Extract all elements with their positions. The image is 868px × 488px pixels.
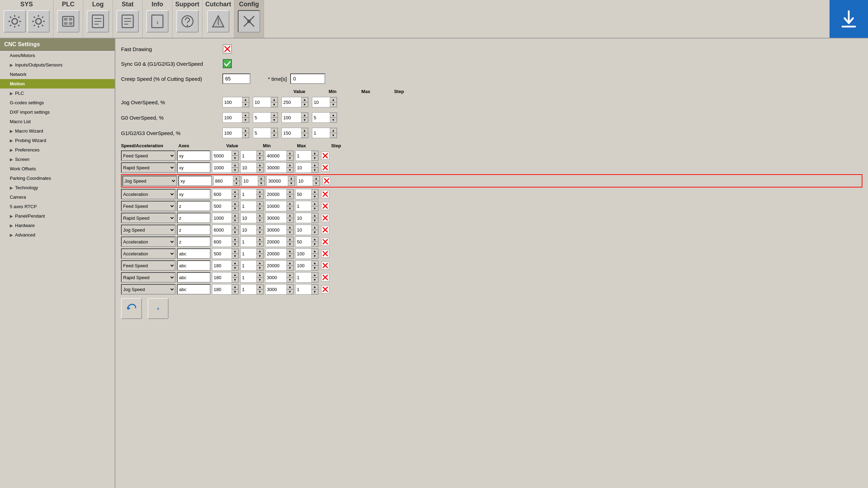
add-row-button[interactable]: +	[148, 298, 169, 319]
sidebar-item-preferences[interactable]: ▶Preferences	[0, 145, 115, 155]
delete-row-button[interactable]	[320, 260, 330, 271]
spinner[interactable]: ▲▼	[240, 162, 264, 173]
plc-gear-icon[interactable]	[27, 10, 50, 33]
sidebar-item-plc[interactable]: ▶PLC	[0, 89, 115, 98]
sys-gear-icon[interactable]	[3, 10, 26, 33]
spinner[interactable]: ▲▼	[265, 248, 294, 259]
spinner[interactable]: ▲▼	[240, 189, 264, 199]
g1g2g3-overspeed-value[interactable]: ▲▼	[222, 128, 249, 138]
g1g2g3-overspeed-step[interactable]: ▲▼	[312, 128, 337, 138]
spinner[interactable]: ▲▼	[295, 213, 319, 223]
spinner[interactable]: ▲▼	[240, 272, 264, 283]
g0-overspeed-value[interactable]: ▲▼	[222, 112, 249, 123]
log-icon[interactable]	[87, 10, 109, 33]
delete-row-button[interactable]	[321, 176, 332, 186]
sidebar-item-macro-list[interactable]: Macro List	[0, 117, 115, 126]
axes-input[interactable]	[177, 162, 211, 173]
time-input[interactable]	[290, 73, 325, 84]
spinner[interactable]: ▲▼	[212, 213, 239, 223]
row-type-select[interactable]: Feed SpeedRapid SpeedJog SpeedAccelerati…	[121, 272, 176, 283]
download-button[interactable]	[830, 0, 868, 38]
row-type-select[interactable]: Feed SpeedRapid SpeedJog SpeedAccelerati…	[121, 150, 176, 161]
row-type-select[interactable]: Feed SpeedRapid SpeedJog SpeedAccelerati…	[121, 236, 176, 247]
spinner[interactable]: ▲▼	[212, 248, 239, 259]
spinner[interactable]: ▲▼	[240, 201, 264, 211]
spinner[interactable]: ▲▼	[240, 150, 264, 161]
axes-input[interactable]	[177, 248, 211, 259]
sidebar-item-motion[interactable]: Motion	[0, 79, 115, 89]
spinner[interactable]: ▲▼	[295, 189, 319, 199]
spinner[interactable]: ▲▼	[265, 260, 294, 271]
spinner[interactable]: ▲▼	[265, 284, 294, 295]
spinner[interactable]: ▲▼	[295, 236, 319, 247]
sidebar-item-camera[interactable]: Camera	[0, 192, 115, 202]
spinner[interactable]: ▲▼	[212, 189, 239, 199]
sidebar-item-parking-coordinates[interactable]: Parking Coordinates	[0, 174, 115, 183]
spinner[interactable]: ▲▼	[240, 225, 264, 235]
g0-overspeed-min[interactable]: ▲▼	[253, 112, 278, 123]
sidebar-item-work-offsets[interactable]: Work Offsets	[0, 164, 115, 174]
spinner[interactable]: ▲▼	[295, 225, 319, 235]
axes-input[interactable]	[177, 201, 211, 211]
jog-overspeed-min[interactable]: ▲▼	[253, 97, 278, 107]
spinner[interactable]: ▲▼	[297, 176, 320, 186]
support-icon[interactable]	[176, 10, 199, 33]
spinner[interactable]: ▲▼	[212, 260, 239, 271]
spinner[interactable]: ▲▼	[212, 162, 239, 173]
spinner[interactable]: ▲▼	[295, 248, 319, 259]
spinner[interactable]: ▲▼	[265, 150, 294, 161]
g0-overspeed-max[interactable]: ▲▼	[282, 112, 308, 123]
row-type-select[interactable]: Feed SpeedRapid SpeedJog SpeedAccelerati…	[121, 225, 176, 235]
spinner[interactable]: ▲▼	[295, 260, 319, 271]
axes-input[interactable]	[177, 225, 211, 235]
sidebar-item-5-axes-rtcp[interactable]: 5 axes RTCP	[0, 202, 115, 211]
row-type-select[interactable]: Feed SpeedRapid SpeedJog SpeedAccelerati…	[122, 176, 177, 186]
spinner[interactable]: ▲▼	[212, 150, 239, 161]
spinner[interactable]: ▲▼	[240, 284, 264, 295]
row-type-select[interactable]: Feed SpeedRapid SpeedJog SpeedAccelerati…	[121, 260, 176, 271]
axes-input[interactable]	[177, 236, 211, 247]
spinner[interactable]: ▲▼	[240, 236, 264, 247]
spinner[interactable]: ▲▼	[242, 176, 265, 186]
delete-row-button[interactable]	[320, 225, 330, 235]
spinner[interactable]: ▲▼	[213, 176, 240, 186]
creep-speed-input[interactable]	[222, 73, 250, 84]
sidebar-item-inputs/outputs/sensors[interactable]: ▶Inputs/Outputs/Sensors	[0, 60, 115, 70]
delete-row-button[interactable]	[320, 272, 330, 283]
g1g2g3-overspeed-min[interactable]: ▲▼	[253, 128, 278, 138]
axes-input[interactable]	[177, 189, 211, 199]
axes-input[interactable]	[177, 260, 211, 271]
spinner[interactable]: ▲▼	[212, 236, 239, 247]
spinner[interactable]: ▲▼	[212, 272, 239, 283]
spinner[interactable]: ▲▼	[265, 213, 294, 223]
jog-overspeed-step[interactable]: ▲▼	[312, 97, 337, 107]
spinner[interactable]: ▲▼	[295, 162, 319, 173]
g0-overspeed-step[interactable]: ▲▼	[312, 112, 337, 123]
sidebar-item-advanced[interactable]: ▶Advanced	[0, 230, 115, 240]
sidebar-item-technology[interactable]: ▶Technology	[0, 183, 115, 192]
axes-input[interactable]	[177, 150, 211, 161]
stat-icon[interactable]	[116, 10, 139, 33]
axes-input[interactable]	[177, 272, 211, 283]
jog-overspeed-value[interactable]: ▲▼	[222, 97, 249, 107]
sync-g0-checkbox[interactable]	[222, 59, 232, 69]
spinner[interactable]: ▲▼	[295, 284, 319, 295]
cutchart-icon[interactable]	[207, 10, 229, 33]
row-type-select[interactable]: Feed SpeedRapid SpeedJog SpeedAccelerati…	[121, 201, 176, 211]
spinner[interactable]: ▲▼	[295, 150, 319, 161]
spinner[interactable]: ▲▼	[265, 272, 294, 283]
spinner[interactable]: ▲▼	[265, 162, 294, 173]
row-type-select[interactable]: Feed SpeedRapid SpeedJog SpeedAccelerati…	[121, 189, 176, 199]
sidebar-item-screen[interactable]: ▶Screen	[0, 155, 115, 164]
sidebar-item-axes/motors[interactable]: Axes/Motors	[0, 51, 115, 60]
spinner[interactable]: ▲▼	[265, 201, 294, 211]
row-type-select[interactable]: Feed SpeedRapid SpeedJog SpeedAccelerati…	[121, 213, 176, 223]
spinner[interactable]: ▲▼	[265, 236, 294, 247]
spinner[interactable]: ▲▼	[240, 213, 264, 223]
config-icon[interactable]	[238, 10, 260, 33]
axes-input[interactable]	[177, 284, 211, 295]
sidebar-item-hardware[interactable]: ▶Hardware	[0, 221, 115, 230]
sidebar-item-probing-wizard[interactable]: ▶Probing Wizard	[0, 136, 115, 145]
delete-row-button[interactable]	[320, 162, 330, 173]
delete-row-button[interactable]	[320, 284, 330, 295]
